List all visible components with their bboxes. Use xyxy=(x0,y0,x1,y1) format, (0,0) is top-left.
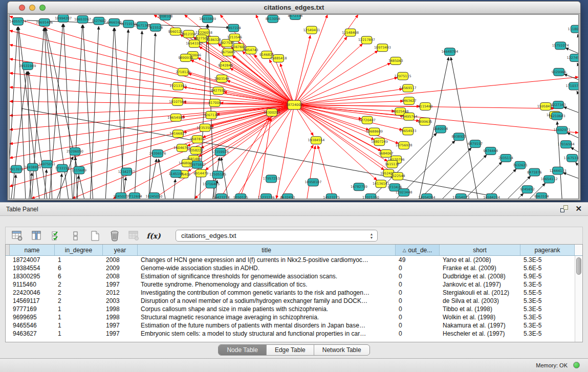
cell-pagerank[interactable]: 5.3E-5 xyxy=(520,256,575,264)
window-titlebar[interactable]: citations_edges.txt xyxy=(8,2,580,14)
graph-node[interactable]: 9245021 xyxy=(114,193,128,199)
table-row[interactable]: 977716911998Corpus callosum shape and si… xyxy=(6,305,582,313)
graph-node[interactable]: 17103765 xyxy=(566,82,578,90)
graph-node[interactable]: 9350125 xyxy=(233,194,248,199)
graph-node[interactable]: 9329966 xyxy=(552,68,567,76)
cell-title[interactable]: Investigating the contribution of common… xyxy=(138,289,396,296)
cell-name[interactable]: 19384554 xyxy=(10,265,55,272)
table-row[interactable]: 969969511998Structural magnetic resonanc… xyxy=(6,313,582,321)
graph-node[interactable]: 1145194 xyxy=(168,170,183,178)
cell-name[interactable]: 18300295 xyxy=(10,273,55,280)
graph-node[interactable]: 12054284 xyxy=(419,194,435,199)
citation-edge-red[interactable] xyxy=(294,51,378,105)
cell-in-degree[interactable]: 1 xyxy=(55,305,103,313)
graph-node[interactable]: 9463627 xyxy=(402,97,417,105)
graph-node[interactable]: 17957253 xyxy=(263,175,280,183)
column-header-name[interactable]: name xyxy=(10,245,55,255)
cell-name[interactable]: 9777169 xyxy=(10,305,55,313)
hub-node[interactable]: 18724007 xyxy=(286,100,303,110)
cell-year[interactable]: 2009 xyxy=(103,265,138,272)
graph-node[interactable]: 12720407 xyxy=(359,116,376,124)
graph-node[interactable]: 9115460 xyxy=(418,103,433,111)
citation-edge-black[interactable] xyxy=(14,174,16,199)
graph-node[interactable]: 11675338 xyxy=(564,154,578,162)
citation-edge-red[interactable] xyxy=(294,63,390,105)
cell-name[interactable]: 22420046 xyxy=(10,289,55,296)
citation-edge-red[interactable] xyxy=(294,77,578,105)
graph-node[interactable]: 7485063 xyxy=(388,57,403,65)
graph-node[interactable]: 10688609 xyxy=(366,128,383,136)
cell-short[interactable]: Franke et al. (2009) xyxy=(440,265,520,272)
cell-pagerank[interactable]: 5.3E-5 xyxy=(520,297,575,304)
cell-name[interactable]: 18724007 xyxy=(10,256,55,264)
column-header-year[interactable]: year xyxy=(103,245,138,255)
graph-node[interactable]: 6914479 xyxy=(193,169,208,177)
cell-in-degree[interactable]: 2 xyxy=(55,297,103,304)
cell-in-degree[interactable]: 2 xyxy=(55,281,103,288)
citation-edge-black[interactable] xyxy=(518,193,523,199)
cell-pagerank[interactable]: 5.3E-5 xyxy=(520,305,575,313)
cell-in-degree[interactable]: 6 xyxy=(55,273,103,280)
citation-edge-red[interactable] xyxy=(294,105,403,130)
cell-title[interactable]: Estimation of significance thresholds fo… xyxy=(138,273,396,280)
citation-edge-red[interactable] xyxy=(294,89,402,105)
graph-node[interactable]: 8938923 xyxy=(451,133,466,141)
citation-edge-red[interactable] xyxy=(318,146,334,199)
graph-node[interactable]: 19354023 xyxy=(452,194,469,199)
cell-short[interactable]: Nakamura et al. (1997) xyxy=(440,322,520,329)
citation-edge-red[interactable] xyxy=(294,105,399,143)
table-row[interactable]: 1938455462009Genome-wide association stu… xyxy=(6,264,582,272)
graph-node[interactable]: 8572334 xyxy=(288,15,303,19)
cell-short[interactable]: Dudbridge et al. (2008) xyxy=(440,273,520,280)
graph-node[interactable]: 9684067 xyxy=(379,150,394,158)
cell-title[interactable]: Tourette syndrome. Phenomenology and cla… xyxy=(138,281,396,288)
graph-node[interactable]: 2718120 xyxy=(176,68,190,76)
graph-node[interactable]: 16584234 xyxy=(483,194,500,199)
graph-node[interactable]: 11548408 xyxy=(342,29,359,36)
cell-year[interactable]: 1998 xyxy=(103,314,138,321)
graph-node[interactable]: 19384554 xyxy=(308,137,324,144)
cell-title[interactable]: Changes of HCN gene expression and I(f) … xyxy=(138,256,396,264)
cell-short[interactable]: Yano et al. (2008) xyxy=(440,256,520,264)
new-table-icon[interactable] xyxy=(89,229,102,243)
citation-edge-red[interactable] xyxy=(191,60,294,105)
cell-title[interactable]: Structural magnetic resonance image aver… xyxy=(138,314,396,321)
citation-edge-black[interactable] xyxy=(57,157,73,199)
cell-pagerank[interactable]: 5.3E-5 xyxy=(520,322,575,329)
citation-edge-black[interactable] xyxy=(149,33,156,199)
graph-node[interactable]: 14523275 xyxy=(323,194,340,199)
graph-node[interactable]: 9227343 xyxy=(551,101,566,109)
graph-node[interactable]: 16046766 xyxy=(173,144,190,152)
citation-edge-black[interactable] xyxy=(105,28,114,199)
graph-node[interactable]: 25206050 xyxy=(67,148,83,156)
graph-node[interactable]: 9890938 xyxy=(178,54,193,62)
cell-name[interactable]: 9465546 xyxy=(10,322,55,329)
table-row[interactable]: 946554611997Estimation of the future num… xyxy=(6,321,582,330)
cell-short[interactable]: Wolkin et al. (1998) xyxy=(440,314,520,321)
graph-node[interactable]: 7733159 xyxy=(55,164,70,172)
cell-in-degree[interactable]: 6 xyxy=(55,265,103,272)
tab-node-table[interactable]: Node Table xyxy=(219,345,267,355)
network-canvas[interactable]: 1405572420691406189942071065326715276026… xyxy=(9,14,579,199)
citation-edge-black[interactable] xyxy=(563,107,578,113)
graph-node[interactable]: 14569117 xyxy=(400,84,417,92)
column-header-title[interactable]: title xyxy=(138,245,396,255)
table-row[interactable]: 1830029562008Estimation of significance … xyxy=(6,272,582,280)
citation-edge-red[interactable] xyxy=(230,68,294,105)
table-mode-icon[interactable] xyxy=(11,229,24,243)
cell-out-degree[interactable]: 0 xyxy=(396,305,440,313)
cell-pagerank[interactable]: 5.6E-5 xyxy=(520,265,575,272)
graph-node[interactable]: 8186328 xyxy=(206,36,221,44)
graph-node[interactable]: 8471876 xyxy=(527,168,542,176)
graph-node[interactable]: 11231236 xyxy=(258,194,275,199)
graph-node[interactable]: 20206576 xyxy=(149,150,166,158)
graph-node[interactable]: 12975115 xyxy=(395,72,411,80)
cell-title[interactable]: Genome-wide association studies in ADHD. xyxy=(138,265,396,272)
cell-out-degree[interactable]: 0 xyxy=(396,289,440,296)
cell-in-degree[interactable]: 1 xyxy=(55,330,103,337)
column-header-short[interactable]: short xyxy=(440,245,520,255)
citation-network-graph[interactable]: 1405572420691406189942071065326715276026… xyxy=(10,15,578,199)
graph-node[interactable]: 1640934 xyxy=(433,125,448,133)
cell-out-degree[interactable]: 0 xyxy=(396,297,440,304)
function-builder-icon[interactable]: f(x) xyxy=(147,229,160,243)
